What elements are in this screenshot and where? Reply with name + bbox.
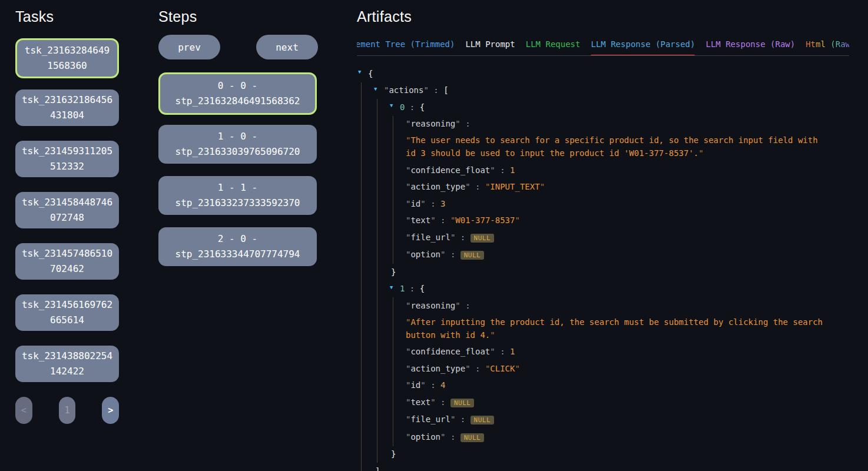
active-tab-underline	[591, 55, 695, 56]
task-button[interactable]: tsk_231459311205512332	[15, 141, 119, 177]
tasks-panel: Tasks tsk_231632846491568360tsk_23163218…	[15, 8, 119, 424]
json-row: "file_url" : NULL	[406, 412, 868, 429]
tab-llm-response-parsed[interactable]: LLM Response (Parsed)	[591, 39, 695, 50]
collapse-triangle-icon[interactable]: ▼	[390, 103, 393, 108]
json-row: }	[391, 446, 868, 463]
json-row: "reasoning" :	[406, 116, 868, 133]
json-row: "action_type" : "CLICK"	[406, 360, 868, 377]
json-row: "file_url" : NULL	[406, 229, 868, 247]
json-row: ▼0 : {	[400, 99, 868, 116]
json-string-block: "The user needs to search for a specific…	[406, 132, 831, 162]
null-badge: NULL	[460, 433, 485, 442]
artifacts-title: Artifacts	[357, 8, 868, 25]
step-button[interactable]: 1 - 0 - stp_231633039765096720	[158, 125, 317, 164]
task-button[interactable]: tsk_231632186456431804	[15, 89, 119, 126]
step-button[interactable]: 2 - 0 - stp_231633344707774794	[158, 227, 317, 266]
json-row: "confidence_float" : 1	[406, 162, 868, 179]
tasks-title: Tasks	[15, 8, 119, 25]
artifacts-tabbar: Element Tree (Trimmed)LLM PromptLLM Requ…	[357, 39, 849, 56]
json-row: ▼{	[368, 65, 868, 82]
collapse-triangle-icon[interactable]: ▼	[390, 285, 393, 290]
steps-title: Steps	[158, 8, 318, 25]
json-string-block: "After inputting the product id, the sea…	[406, 314, 831, 344]
steps-nav: prev next	[158, 35, 318, 59]
tab-llm-request[interactable]: LLM Request	[526, 39, 581, 50]
tab-llm-prompt[interactable]: LLM Prompt	[465, 39, 515, 50]
steps-panel: Steps prev next 0 - 0 - stp_231632846491…	[158, 8, 318, 278]
task-list: tsk_231632846491568360tsk_23163218645643…	[15, 38, 119, 382]
tab-llm-response-raw[interactable]: LLM Response (Raw)	[705, 39, 795, 50]
collapse-triangle-icon[interactable]: ▼	[374, 87, 377, 92]
null-badge: NULL	[460, 251, 485, 260]
task-button[interactable]: tsk_231458448746072748	[15, 192, 119, 228]
step-list: 0 - 0 - stp_2316328464915683621 - 0 - st…	[158, 72, 318, 266]
pagination-next-button[interactable]: >	[102, 397, 119, 424]
json-block: "reasoning" : "After inputting the produ…	[393, 297, 868, 446]
tasks-pagination: <1>	[15, 397, 119, 424]
null-badge: NULL	[450, 399, 475, 407]
json-row: "text" : "W01-377-8537"	[406, 213, 868, 230]
app-root: Tasks tsk_231632846491568360tsk_23163218…	[0, 0, 868, 471]
json-row: "action_type" : "INPUT_TEXT"	[406, 179, 868, 196]
steps-prev-button[interactable]: prev	[158, 35, 220, 59]
null-badge: NULL	[471, 416, 495, 424]
json-block: ▼"actions" : [▼0 : {"reasoning" : "The u…	[361, 82, 868, 471]
pagination-prev-button[interactable]: <	[15, 397, 32, 424]
json-row: "option" : NULL	[406, 429, 868, 446]
json-row: "id" : 3	[406, 195, 868, 213]
task-button[interactable]: tsk_231457486510702462	[15, 243, 119, 280]
json-row: "option" : NULL	[406, 247, 868, 264]
json-row: "id" : 4	[406, 377, 868, 394]
json-row: ▼1 : {	[400, 281, 868, 298]
json-row: }	[391, 264, 868, 281]
task-button[interactable]: tsk_231438802254142422	[15, 346, 119, 382]
steps-next-button[interactable]: next	[256, 35, 318, 59]
tab-element-tree-trimmed[interactable]: Element Tree (Trimmed)	[357, 39, 455, 50]
artifacts-panel: Artifacts Element Tree (Trimmed)LLM Prom…	[357, 8, 868, 471]
pagination-page-button[interactable]: 1	[59, 397, 76, 424]
task-button[interactable]: tsk_231632846491568360	[15, 38, 119, 78]
json-row: ]	[375, 463, 868, 471]
json-row: "confidence_float" : 1	[406, 344, 868, 361]
step-button[interactable]: 0 - 0 - stp_231632846491568362	[158, 72, 317, 115]
tab-html-raw[interactable]: Html (Raw)	[806, 39, 849, 50]
json-block: "reasoning" : "The user needs to search …	[393, 116, 868, 264]
json-viewer: ▼{▼"actions" : [▼0 : {"reasoning" : "The…	[357, 65, 868, 471]
collapse-triangle-icon[interactable]: ▼	[358, 69, 361, 75]
json-block: ▼0 : {"reasoning" : "The user needs to s…	[377, 99, 868, 463]
task-button[interactable]: tsk_231456169762665614	[15, 294, 119, 331]
json-row: "text" : NULL	[406, 394, 868, 412]
null-badge: NULL	[471, 234, 495, 243]
json-row: ▼"actions" : [	[384, 82, 868, 99]
json-row: "reasoning" :	[406, 297, 868, 314]
step-button[interactable]: 1 - 1 - stp_231633237333592370	[158, 176, 317, 215]
